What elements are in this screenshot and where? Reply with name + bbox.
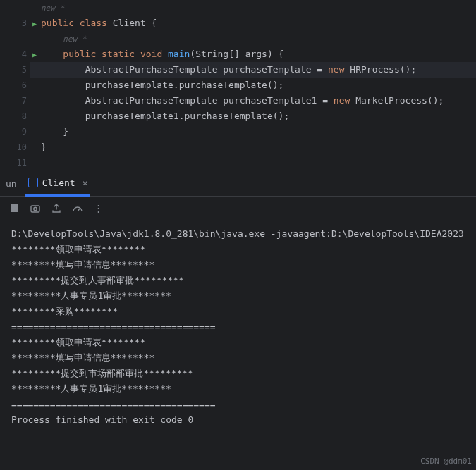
code-line: purchaseTemplate.purchaseTemplate(); [41, 78, 476, 93]
gutter-line: 11 [3, 155, 27, 169]
code-line: } [41, 124, 476, 140]
editor-gutter: 3▶ 4▶ 5 6 7 8 9 10 11 [0, 0, 30, 169]
console-line: *********人事专员1审批********* [11, 288, 465, 304]
console-line: ********填写申请信息******** [11, 257, 465, 273]
gutter-line: 5 [3, 62, 27, 78]
code-editor[interactable]: 3▶ 4▶ 5 6 7 8 9 10 11 new * public class… [0, 0, 476, 169]
code-hint: new * [41, 0, 476, 16]
console-line: ********采购******** [11, 304, 465, 319]
code-hint: new * [41, 31, 476, 47]
run-toolbar: ⋮ [0, 197, 476, 221]
application-icon [28, 178, 38, 187]
gutter-line: 8 [3, 109, 27, 124]
console-line: Process finished with exit code 0 [11, 412, 465, 428]
gutter-line: 7 [3, 93, 27, 109]
gutter-line: 9 [3, 124, 27, 140]
run-panel-header: un Client × [0, 171, 476, 197]
console-line: ===================================== [11, 319, 465, 335]
gutter-line: 3▶ [3, 16, 27, 31]
run-panel: un Client × ⋮ D:\DevelopTools\Java\jdk1.… [0, 171, 476, 470]
code-line: AbstractPurchaseTemplate purchaseTemplat… [41, 93, 476, 109]
gutter-line: 4▶ [3, 47, 27, 62]
gutter-line [3, 0, 27, 16]
gutter-line: 6 [3, 78, 27, 93]
console-line: ********领取申请表******** [11, 335, 465, 350]
export-icon[interactable] [51, 203, 62, 214]
console-line: *********提交到人事部审批********* [11, 273, 465, 288]
code-line: public static void main(String[] args) { [41, 47, 476, 62]
console-line: ===================================== [11, 397, 465, 412]
code-line: } [41, 140, 476, 155]
close-icon[interactable]: × [83, 178, 88, 188]
gutter-line: 10 [3, 140, 27, 155]
console-output[interactable]: D:\DevelopTools\Java\jdk1.8.0_281\bin\ja… [0, 221, 476, 470]
console-line: *********提交到市场部部审批********* [11, 366, 465, 381]
console-line: *********人事专员1审批********* [11, 381, 465, 397]
code-line [41, 155, 476, 169]
tab-label: Client [42, 178, 75, 188]
code-line-current: AbstractPurchaseTemplate purchaseTemplat… [30, 62, 476, 78]
gutter-line [3, 31, 27, 47]
run-icon[interactable]: ▶ [32, 20, 37, 27]
console-line: D:\DevelopTools\Java\jdk1.8.0_281\bin\ja… [11, 226, 465, 242]
panel-title: un [6, 178, 17, 189]
run-icon[interactable]: ▶ [32, 51, 37, 58]
console-line: ********领取申请表******** [11, 242, 465, 257]
run-tab-client[interactable]: Client × [25, 171, 91, 197]
more-icon[interactable]: ⋮ [93, 203, 104, 214]
watermark: CSDN @ddm01 [420, 457, 472, 466]
screenshot-icon[interactable] [30, 203, 41, 214]
code-content[interactable]: new * public class Client { new * public… [30, 0, 476, 169]
stop-button[interactable] [8, 203, 20, 214]
svg-rect-0 [31, 206, 39, 212]
code-line: public class Client { [41, 16, 476, 31]
code-line: purchaseTemplate1.purchaseTemplate(); [41, 109, 476, 124]
console-line: ********填写申请信息******** [11, 350, 465, 366]
svg-line-2 [78, 209, 80, 211]
gauge-icon[interactable] [72, 203, 83, 214]
svg-point-1 [34, 207, 37, 210]
